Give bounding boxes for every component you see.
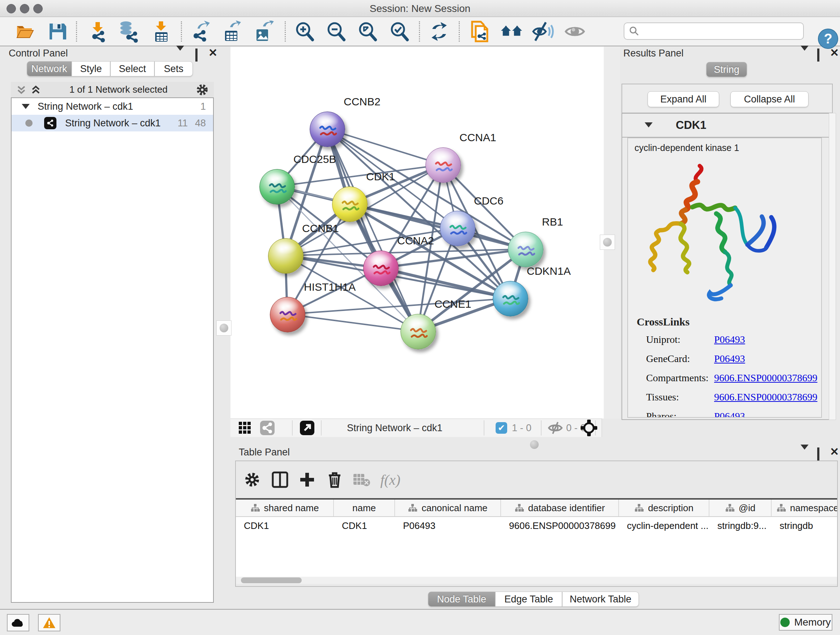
select-columns-icon[interactable] <box>270 470 290 489</box>
table-panel-maximize-icon[interactable] <box>817 448 819 460</box>
external-view-icon[interactable] <box>299 420 315 436</box>
gene-entry-header[interactable]: CDK1 <box>622 114 831 138</box>
cell-description[interactable]: cyclin-dependent ... <box>619 517 709 534</box>
column-header-namespace[interactable]: namespace <box>772 500 838 516</box>
node-CCNE1[interactable] <box>401 314 436 349</box>
string-style-icon[interactable] <box>259 420 275 436</box>
tab-edge-table[interactable]: Edge Table <box>495 592 562 607</box>
crosslink-link[interactable]: P06493 <box>714 334 745 345</box>
table-gear-icon[interactable] <box>242 470 262 489</box>
results-panel-float-icon[interactable] <box>801 51 808 62</box>
cell-namespace[interactable]: stringdb <box>772 517 838 534</box>
results-scrollbar[interactable] <box>829 113 836 420</box>
node-CDC25B[interactable] <box>259 169 295 204</box>
node-CCNB1[interactable] <box>268 238 303 274</box>
node-CDC6[interactable] <box>440 211 475 246</box>
search-field[interactable] <box>624 22 804 40</box>
tab-style[interactable]: Style <box>72 61 111 76</box>
network-canvas[interactable]: CCNB2CCNA1CDC25BCDK1CDC6RB1CCNB1CCNA2CDK… <box>231 47 604 418</box>
column-header-name[interactable]: name <box>334 500 395 516</box>
clone-network-icon[interactable] <box>469 20 491 43</box>
export-table-icon[interactable] <box>220 20 243 43</box>
hscroll-thumb[interactable] <box>241 578 302 583</box>
collapse-all-button[interactable]: Collapse All <box>730 91 808 107</box>
tab-string[interactable]: String <box>706 62 747 77</box>
collapse-all-icon[interactable] <box>16 84 27 95</box>
control-panel-maximize-icon[interactable] <box>195 50 197 61</box>
import-network-database-icon[interactable] <box>116 20 139 43</box>
left-divider-grip[interactable] <box>216 320 232 336</box>
zoom-fit-icon[interactable] <box>356 20 379 43</box>
crosslink-link[interactable]: P06493 <box>714 353 745 364</box>
node-CCNA1[interactable] <box>425 147 461 183</box>
birds-eye-view-icon[interactable] <box>237 420 253 436</box>
results-panel-close-icon[interactable]: ✕ <box>830 48 839 59</box>
table-panel-float-icon[interactable] <box>801 450 808 461</box>
network-options-gear-icon[interactable] <box>196 83 209 96</box>
bottom-divider-grip[interactable] <box>527 437 542 452</box>
column-header-database-identifier[interactable]: database identifier <box>501 500 619 516</box>
cell-database-identifier[interactable]: 9606.ENSP00000378699 <box>501 517 619 534</box>
cell-name[interactable]: CDK1 <box>334 517 395 534</box>
cloud-status-button[interactable] <box>7 614 29 631</box>
zoom-out-icon[interactable] <box>325 20 347 43</box>
right-divider-grip[interactable] <box>600 234 615 250</box>
crosslink-link[interactable]: 9606.ENSP00000378699 <box>714 391 817 403</box>
cell-canonical-name[interactable]: P06493 <box>395 517 501 534</box>
table-panel-close-icon[interactable]: ✕ <box>830 447 839 458</box>
apply-layout-icon[interactable] <box>428 20 450 43</box>
selected-checkbox-icon[interactable]: ✔ <box>496 422 507 434</box>
edge-CDK1-RB1[interactable] <box>349 204 525 249</box>
control-panel-close-icon[interactable]: ✕ <box>208 48 218 59</box>
zoom-selected-icon[interactable] <box>388 20 411 43</box>
export-image-icon[interactable] <box>252 20 274 43</box>
node-HIST1H1A[interactable] <box>270 297 305 333</box>
column-header-id[interactable]: @id <box>709 500 772 516</box>
cell-id[interactable]: stringdb:9... <box>709 517 772 534</box>
table-data-row[interactable]: CDK1CDK1P064939606.ENSP00000378699cyclin… <box>236 517 838 534</box>
crosslink-link[interactable]: 9606.ENSP00000378699 <box>714 372 817 384</box>
node-CDKN1A[interactable] <box>493 281 528 317</box>
save-session-icon[interactable] <box>46 20 69 43</box>
node-CCNB2[interactable] <box>309 111 345 147</box>
import-network-file-icon[interactable] <box>87 20 109 43</box>
fit-selected-crosshair-icon[interactable] <box>580 419 598 437</box>
crosslinks-list: Uniprot:P06493GeneCard:P06493Compartment… <box>628 331 821 418</box>
node-RB1[interactable] <box>508 232 543 267</box>
edge-HIST1H1A-CCNE1[interactable] <box>287 314 418 331</box>
network-row-selected[interactable]: String Network – cdk1 11 48 <box>11 115 213 131</box>
export-network-icon[interactable] <box>189 20 212 43</box>
tab-node-table[interactable]: Node Table <box>428 592 495 607</box>
collection-expand-icon[interactable] <box>22 104 30 109</box>
expand-all-icon[interactable] <box>30 84 41 95</box>
table-hscrollbar[interactable] <box>236 577 838 584</box>
column-header-description[interactable]: description <box>619 500 709 516</box>
cell-shared-name[interactable]: CDK1 <box>236 517 334 534</box>
tab-select[interactable]: Select <box>111 61 155 76</box>
tab-sets[interactable]: Sets <box>155 61 193 76</box>
tab-network-table[interactable]: Network Table <box>562 592 639 607</box>
network-collection-row[interactable]: String Network – cdk1 1 <box>11 98 213 115</box>
hide-visibility-icon[interactable] <box>532 20 554 43</box>
import-table-file-icon[interactable] <box>150 20 172 43</box>
tab-network[interactable]: Network <box>27 61 72 76</box>
node-CCNA2[interactable] <box>363 250 399 286</box>
show-hidden-icon[interactable] <box>564 20 586 43</box>
home-icon[interactable] <box>500 20 523 43</box>
open-session-icon[interactable] <box>14 20 36 43</box>
memory-button[interactable]: Memory <box>779 614 832 631</box>
warnings-button[interactable] <box>38 614 60 631</box>
zoom-in-icon[interactable] <box>294 20 316 43</box>
node-CDK1[interactable] <box>332 187 368 222</box>
gene-collapse-icon[interactable] <box>645 122 653 127</box>
add-column-icon[interactable] <box>297 470 317 489</box>
search-input[interactable] <box>639 25 799 37</box>
column-header-canonical-name[interactable]: canonical name <box>395 500 501 516</box>
crosslink-link[interactable]: P06493 <box>714 410 745 418</box>
help-button[interactable]: ? <box>818 29 838 49</box>
column-header-shared-name[interactable]: shared name <box>236 500 334 516</box>
results-panel-maximize-icon[interactable] <box>817 50 819 61</box>
delete-column-icon[interactable] <box>325 470 344 489</box>
expand-all-button[interactable]: Expand All <box>647 91 719 107</box>
control-panel-float-icon[interactable] <box>176 51 184 62</box>
